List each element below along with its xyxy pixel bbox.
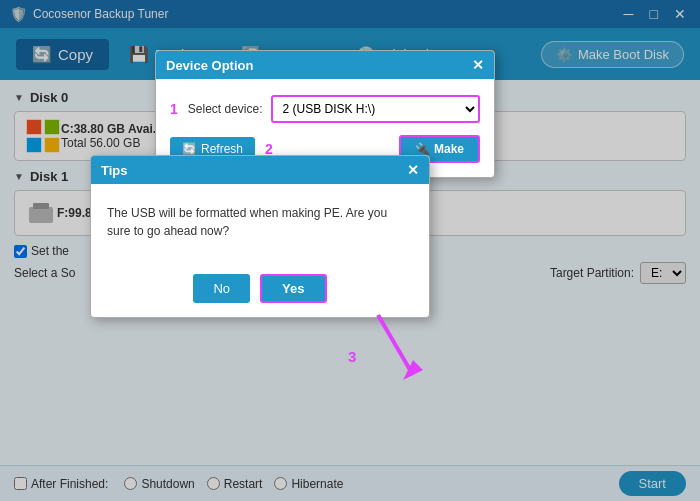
tips-dialog: Tips ✕ The USB will be formatted when ma… [90, 155, 430, 318]
tips-title-bar: Tips ✕ [91, 156, 429, 184]
tips-close-button[interactable]: ✕ [407, 162, 419, 178]
device-option-close-button[interactable]: ✕ [472, 57, 484, 73]
refresh-icon: 🔄 [182, 142, 197, 156]
step1-label: 1 [170, 101, 178, 117]
tips-actions: No Yes [91, 264, 429, 317]
device-select[interactable]: 2 (USB DISK H:\) [271, 95, 480, 123]
tips-no-button[interactable]: No [193, 274, 250, 303]
device-option-title-bar: Device Option ✕ [156, 51, 494, 79]
select-device-row: 1 Select device: 2 (USB DISK H:\) [170, 95, 480, 123]
tips-body: The USB will be formatted when making PE… [91, 184, 429, 264]
usb-icon: 🔌 [415, 142, 430, 156]
tips-yes-button[interactable]: Yes [260, 274, 326, 303]
tips-message: The USB will be formatted when making PE… [107, 204, 413, 240]
